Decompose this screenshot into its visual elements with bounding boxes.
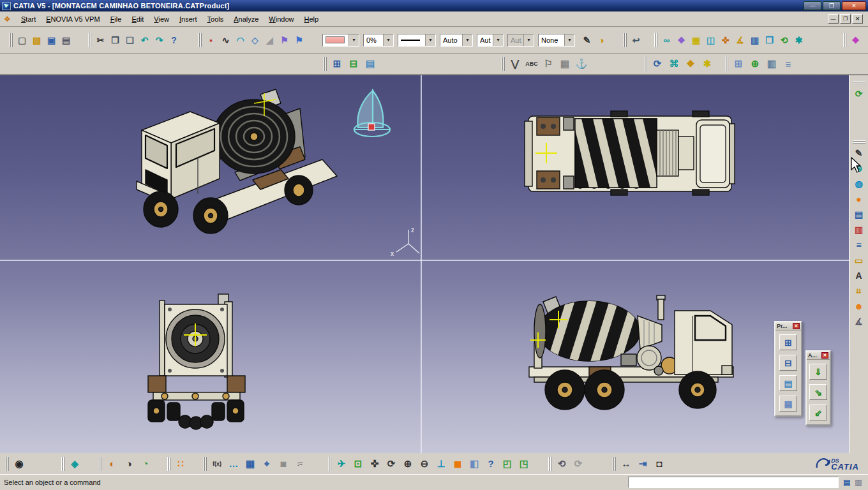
line-weight-dropdown-icon[interactable]: ▾ — [462, 34, 472, 46]
toolbar-grip[interactable] — [167, 457, 170, 471]
toolbar-grip[interactable] — [61, 457, 64, 471]
truck-side[interactable] — [529, 295, 733, 410]
paste-icon[interactable]: ❏ — [123, 33, 137, 47]
instantiate-icon[interactable]: ❒ — [762, 33, 777, 47]
print-icon[interactable]: ▤ — [59, 33, 73, 47]
pane-divider-horizontal[interactable] — [0, 260, 849, 261]
relations-icon[interactable]: := — [292, 456, 308, 471]
close-button[interactable]: ✕ — [842, 1, 866, 10]
truck-iso[interactable] — [137, 89, 337, 234]
titlebar[interactable]: CATIA V5 - [MONTAGEM CAMINHAO BETONEIRA.… — [0, 0, 868, 11]
sectioning-icon[interactable]: ◫ — [703, 33, 718, 47]
replace-component-icon[interactable]: ⇙ — [809, 405, 827, 420]
pan-icon[interactable]: ✜ — [366, 456, 383, 471]
zoom-in-icon[interactable]: ⊕ — [400, 456, 416, 471]
truck-front[interactable] — [148, 294, 245, 429]
workbench-icon[interactable]: ❖ — [848, 33, 863, 47]
mixer-drum-iso[interactable] — [213, 100, 295, 174]
palette-assembly-close-icon[interactable]: ✕ — [821, 352, 828, 359]
fit-all-icon[interactable]: ⊡ — [350, 456, 366, 471]
redo-icon[interactable]: ↷ — [152, 33, 167, 47]
ink-bottle-icon[interactable]: ◘ — [651, 456, 668, 471]
apply-material-icon[interactable]: ◐ — [104, 456, 121, 471]
toolbar-grip[interactable] — [624, 33, 627, 47]
toolbar-grip[interactable] — [843, 33, 846, 47]
representations-icon[interactable]: ⊞ — [730, 56, 747, 72]
letter-a-icon[interactable]: A — [851, 268, 867, 283]
lock-state-icon[interactable]: ▥ — [853, 477, 864, 488]
insert-component-icon[interactable]: ⊞ — [779, 334, 797, 350]
catalog-browser-icon[interactable]: ❖ — [674, 33, 689, 47]
viewport-pane-front[interactable] — [0, 261, 421, 453]
multi-view-icon[interactable]: ◼ — [449, 456, 466, 471]
command-input[interactable] — [628, 477, 839, 488]
toolbar-grip[interactable] — [548, 457, 551, 471]
selective-load-icon[interactable]: ▥ — [763, 56, 780, 72]
render-mode-dropdown-icon[interactable]: ▾ — [493, 34, 503, 46]
examine-mode-icon[interactable]: ⟲ — [553, 456, 570, 471]
toolbar-grip[interactable] — [502, 57, 505, 71]
hide-show-icon[interactable]: ◰ — [499, 456, 516, 471]
whats-this-icon[interactable]: ? — [167, 33, 181, 47]
cut-icon[interactable]: ✂ — [93, 33, 108, 47]
mixer-drum-top[interactable] — [572, 119, 659, 188]
toolbar-grip[interactable] — [88, 33, 91, 47]
new-product-icon[interactable]: ⊟ — [345, 56, 362, 72]
swap-update-icon[interactable]: ⟲ — [777, 33, 791, 47]
insert-shape-icon[interactable]: ▦ — [779, 396, 797, 412]
palette-assembly[interactable]: A... ✕ ⇓⇘⇙ — [805, 350, 831, 426]
minimize-button[interactable]: — — [804, 1, 821, 10]
viewport-pane-iso[interactable]: z x y — [0, 75, 421, 260]
menu-insert[interactable]: Insert — [174, 13, 202, 25]
previous-view-icon[interactable]: ⟳ — [570, 456, 587, 471]
design-table-icon[interactable]: ▦ — [242, 456, 258, 471]
list-blue-icon[interactable]: ≡ — [851, 237, 867, 253]
numbering-star-icon[interactable]: ✱ — [699, 56, 715, 72]
fly-mode-icon[interactable]: ✈ — [333, 456, 350, 471]
back-arrow-icon[interactable]: ↩ — [629, 33, 643, 47]
menu-enovia[interactable]: ENOVIA V5 VPM — [41, 13, 105, 25]
toolbar-grip[interactable] — [644, 57, 647, 71]
mdi-minimize-button[interactable]: — — [828, 14, 839, 24]
new-part-icon[interactable]: ▤ — [362, 56, 378, 72]
rotate-icon[interactable]: ⟳ — [383, 456, 400, 471]
insert-part-icon[interactable]: ▤ — [779, 375, 797, 391]
graphic-wizard-pen-icon[interactable]: ✎ — [580, 33, 594, 47]
toolbar-grip[interactable] — [198, 33, 202, 47]
toolbar-grip[interactable] — [6, 457, 9, 471]
insert-product-icon[interactable]: ⊟ — [779, 355, 797, 371]
toolbar-grip[interactable] — [853, 140, 865, 144]
fit-width-icon[interactable]: ↔ — [618, 456, 634, 471]
menu-tools[interactable]: Tools — [202, 13, 229, 25]
toolbar-grip[interactable] — [204, 457, 207, 471]
line-weight-combo[interactable]: Auto ▾ — [440, 34, 473, 47]
menu-edit[interactable]: Edit — [126, 13, 149, 25]
person-orange-icon[interactable]: ☻ — [851, 299, 867, 314]
mdi-restore-button[interactable]: ❐ — [840, 14, 851, 24]
doc-blue-icon[interactable]: ▤ — [851, 207, 867, 222]
toolbar-grip[interactable] — [613, 457, 616, 471]
menu-start[interactable]: Start — [16, 13, 41, 25]
axis-system-icon[interactable]: ⌖ — [258, 456, 275, 471]
comment-bubble-icon[interactable]: … — [225, 456, 242, 471]
palette-assembly-titlebar[interactable]: A... ✕ — [807, 352, 830, 360]
toolbar-grip[interactable] — [725, 57, 728, 71]
measure-side-icon[interactable]: ∡ — [851, 314, 867, 329]
shade-corner-icon[interactable]: ◢ — [262, 33, 277, 47]
viewport[interactable]: z x y — [0, 75, 849, 453]
layer-combo[interactable]: None ▾ — [538, 34, 575, 47]
layer-dropdown-icon[interactable]: ▾ — [564, 34, 574, 46]
flag-note-icon[interactable]: ⚐ — [540, 56, 557, 72]
viewport-pane-top[interactable] — [422, 75, 849, 260]
menu-analyze[interactable]: Analyze — [228, 13, 264, 25]
palette-product-structure[interactable]: Pr... ✕ ⊞⊟▤▦ — [774, 321, 802, 417]
fill-color-combo[interactable]: ▾ — [322, 34, 359, 47]
truck-cab-iso[interactable] — [137, 112, 220, 205]
render-camera-icon[interactable]: ◉ — [11, 456, 27, 471]
normal-view-icon[interactable]: ⊥ — [433, 456, 449, 471]
line-type-combo[interactable]: ▾ — [398, 34, 436, 47]
palette-product-close-icon[interactable]: ✕ — [793, 323, 800, 329]
shading-sphere-icon[interactable]: ◑ — [121, 456, 137, 471]
zoom-out-icon[interactable]: ⊖ — [416, 456, 433, 471]
line-type-dropdown-icon[interactable]: ▾ — [425, 34, 435, 46]
